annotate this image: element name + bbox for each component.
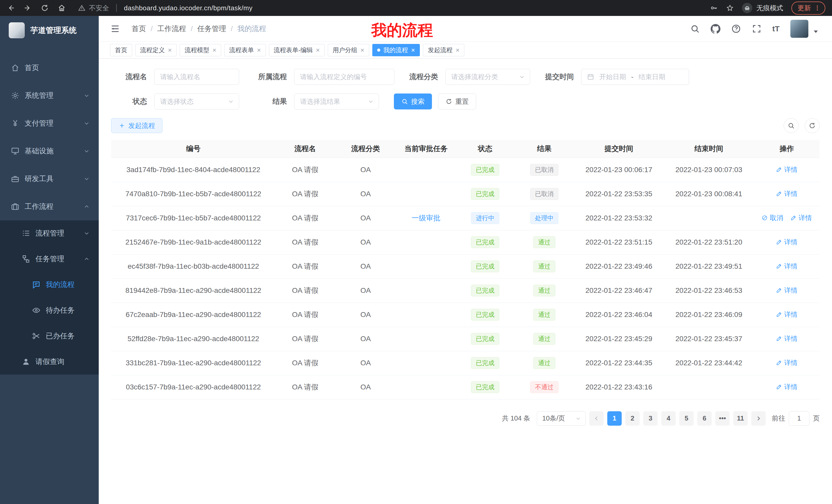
detail-link[interactable]: 详情 [790, 214, 812, 222]
start-process-button[interactable]: 发起流程 [111, 118, 162, 133]
incognito-indicator[interactable]: 无痕模式 [742, 3, 783, 13]
refresh-table-button[interactable] [805, 118, 820, 133]
page-button-2[interactable]: 2 [625, 411, 640, 426]
close-icon[interactable]: × [212, 47, 216, 53]
detail-link[interactable]: 详情 [776, 286, 798, 295]
user-menu[interactable] [790, 20, 821, 38]
back-icon[interactable] [7, 4, 15, 12]
cell-result: 通过 [515, 303, 574, 327]
sidebar-item-基础设施[interactable]: 基础设施 [0, 137, 99, 165]
result-select[interactable]: 请选择流结果 [294, 93, 379, 109]
star-icon[interactable] [726, 4, 734, 12]
detail-link[interactable]: 详情 [776, 237, 798, 247]
more-pages-button[interactable]: ••• [715, 411, 730, 426]
cell-id: 7317cec6-7b9b-11ec-b5b7-acde48001122 [111, 206, 276, 230]
fullscreen-icon[interactable] [752, 24, 761, 34]
close-icon[interactable]: × [411, 47, 415, 53]
detail-link[interactable]: 详情 [776, 358, 798, 367]
sidebar-item-待办任务[interactable]: 待办任务 [0, 298, 99, 323]
page-button-5[interactable]: 5 [679, 411, 694, 426]
submit-time-label: 提交时间 [545, 72, 574, 82]
process-def-input[interactable] [294, 69, 394, 85]
tab-发起流程[interactable]: 发起流程× [423, 44, 464, 56]
detail-link[interactable]: 详情 [776, 334, 798, 343]
cell-actions: 详情 [754, 158, 820, 182]
tab-流程定义[interactable]: 流程定义× [135, 44, 177, 56]
sidebar-item-首页[interactable]: 首页 [0, 54, 99, 82]
category-select[interactable]: 请选择流程分类 [445, 69, 530, 85]
cancel-link[interactable]: 取消 [761, 214, 783, 222]
kebab-menu-icon[interactable] [814, 5, 821, 11]
sidebar-item-流程管理[interactable]: 流程管理 [0, 220, 99, 246]
detail-link[interactable]: 详情 [776, 383, 798, 391]
cell-process-name: OA 请假 [276, 303, 335, 327]
page-button-11[interactable]: 11 [733, 411, 748, 426]
tab-流程表单-编辑[interactable]: 流程表单-编辑× [269, 44, 325, 56]
cell-current-task [396, 375, 456, 399]
cell-submit-time: 2022-01-22 23:53:32 [574, 206, 664, 230]
sidebar-item-研发工具[interactable]: 研发工具 [0, 165, 99, 193]
table-row: 2152467e-7b9b-11ec-9a1b-acde48001122OA 请… [111, 230, 820, 254]
status-badge: 已完成 [471, 285, 499, 297]
page-size-select[interactable]: 10条/页 [537, 411, 586, 426]
github-icon[interactable] [711, 24, 721, 34]
sidebar-item-我的流程[interactable]: 我的流程 [0, 272, 99, 298]
home-icon[interactable] [58, 4, 66, 12]
reset-button[interactable]: 重置 [438, 93, 476, 109]
tab-流程表单[interactable]: 流程表单× [224, 44, 266, 56]
sidebar-item-系统管理[interactable]: 系统管理 [0, 82, 99, 109]
sidebar-item-任务管理[interactable]: 任务管理 [0, 246, 99, 272]
page-button-3[interactable]: 3 [643, 411, 658, 426]
tab-label: 首页 [115, 46, 127, 54]
breadcrumb-item[interactable]: 工作流程 [157, 24, 186, 34]
current-task-link[interactable]: 一级审批 [412, 214, 440, 222]
tab-用户分组[interactable]: 用户分组× [328, 44, 369, 56]
jump-page-input[interactable] [789, 411, 809, 426]
search-icon[interactable] [690, 24, 700, 34]
detail-link[interactable]: 详情 [776, 310, 798, 319]
page-size-value: 10条/页 [542, 414, 565, 423]
status-badge: 已取消 [530, 188, 558, 200]
page-button-1[interactable]: 1 [607, 411, 622, 426]
key-icon[interactable] [710, 4, 718, 12]
sidebar-item-工作流程[interactable]: 工作流程 [0, 193, 99, 220]
breadcrumb-item[interactable]: 首页 [132, 24, 146, 34]
cell-actions: 详情 [754, 303, 820, 327]
tab-我的流程[interactable]: 我的流程× [372, 44, 420, 56]
close-icon[interactable]: × [456, 47, 460, 53]
status-select[interactable]: 请选择状态 [154, 93, 239, 109]
search-button[interactable]: 搜索 [394, 93, 432, 109]
toggle-search-button[interactable] [784, 118, 799, 133]
next-page-button[interactable] [751, 411, 766, 426]
prev-page-button[interactable] [589, 411, 604, 426]
close-icon[interactable]: × [316, 47, 320, 53]
detail-link[interactable]: 详情 [776, 165, 798, 174]
tab-label: 我的流程 [383, 46, 408, 54]
sidebar-item-支付管理[interactable]: 支付管理 [0, 109, 99, 137]
help-icon[interactable] [731, 24, 741, 34]
reload-icon[interactable] [41, 4, 49, 12]
warning-icon [78, 4, 85, 11]
process-name-input[interactable] [154, 69, 239, 85]
page-button-6[interactable]: 6 [697, 411, 712, 426]
date-range-picker[interactable]: 开始日期 - 结束日期 [581, 69, 689, 85]
tab-首页[interactable]: 首页 [110, 44, 132, 56]
cell-category: OA [335, 327, 396, 351]
sidebar-item-请假查询[interactable]: 请假查询 [0, 349, 99, 374]
detail-link[interactable]: 详情 [776, 189, 798, 198]
page-button-4[interactable]: 4 [661, 411, 676, 426]
forward-icon[interactable] [24, 4, 32, 12]
detail-link[interactable]: 详情 [776, 262, 798, 271]
tab-流程模型[interactable]: 流程模型× [180, 44, 221, 56]
app-logo[interactable]: 芋道管理系统 [0, 16, 99, 45]
breadcrumb-item[interactable]: 任务管理 [198, 24, 226, 34]
close-icon[interactable]: × [257, 47, 261, 53]
suitcase-icon [11, 202, 20, 211]
update-button[interactable]: 更新 [791, 2, 825, 15]
font-size-icon[interactable]: tT [772, 24, 780, 33]
close-icon[interactable]: × [361, 47, 364, 53]
close-icon[interactable]: × [168, 47, 172, 53]
collapse-sidebar-icon[interactable] [110, 24, 120, 34]
address-bar[interactable]: 不安全 dashboard.yudao.iocoder.cn/bpm/task/… [78, 4, 253, 12]
sidebar-item-已办任务[interactable]: 已办任务 [0, 323, 99, 349]
